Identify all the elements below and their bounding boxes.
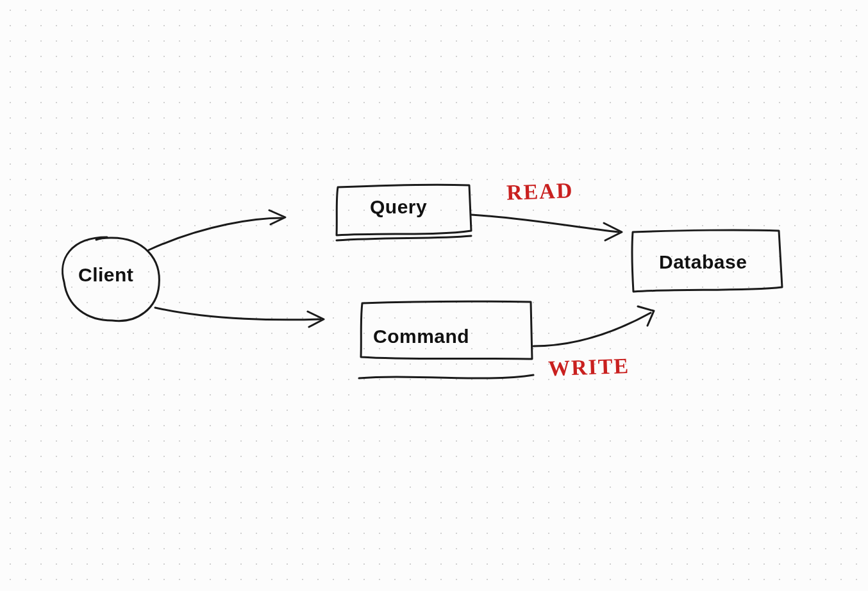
- arrow-client-to-command-head: [308, 312, 324, 327]
- arrow-query-to-database-head: [604, 223, 622, 240]
- write-annotation: WRITE: [547, 354, 630, 381]
- diagram-svg: [0, 0, 868, 591]
- arrow-client-to-query: [149, 218, 282, 250]
- query-node-shape-extra: [337, 236, 471, 240]
- diagram-canvas: Client Query Command Database READ WRITE: [0, 0, 868, 591]
- database-node-label: Database: [659, 251, 747, 273]
- command-node-shape-bottom: [359, 375, 533, 378]
- read-annotation: READ: [506, 178, 574, 205]
- query-node-label: Query: [370, 196, 427, 218]
- client-node-label: Client: [78, 264, 133, 286]
- arrow-client-to-command: [155, 308, 321, 320]
- command-node-label: Command: [373, 326, 469, 347]
- arrow-command-to-database-head: [638, 306, 654, 326]
- arrow-command-to-database: [533, 313, 651, 346]
- arrow-client-to-query-head: [269, 210, 285, 224]
- arrow-query-to-database: [471, 215, 619, 232]
